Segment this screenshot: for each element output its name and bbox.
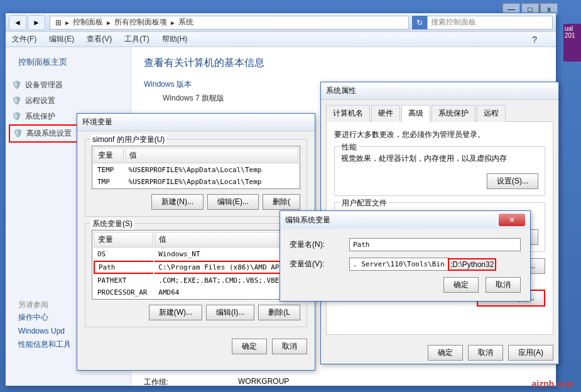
var-value-label: 变量值(V): (290, 259, 349, 270)
admin-note: 要进行大多数更改，您必须作为管理员登录。 (334, 129, 545, 140)
ok-button[interactable]: 确定 (443, 277, 479, 293)
dialog-title: 编辑系统变量 ✕ (280, 211, 530, 229)
table-row-path: PathC:\Program Files (x86)\AMD APP\ (94, 261, 298, 274)
back-button[interactable]: ◄ (9, 15, 26, 30)
sys-vars-table[interactable]: 变量值 OSWindows_NT PathC:\Program Files (x… (92, 230, 300, 300)
tab-computer-name[interactable]: 计算机名 (326, 105, 370, 122)
crumb[interactable]: 控制面板 (73, 17, 103, 28)
shield-icon: 🛡️ (12, 96, 22, 106)
new-user-var-button[interactable]: 新建(N)... (151, 194, 204, 210)
perf-desc: 视觉效果，处理器计划，内存使用，以及虚拟内存 (341, 153, 538, 164)
watermark: aiznh.com (532, 379, 575, 389)
menu-help[interactable]: 帮助(H) (162, 34, 188, 45)
shield-icon: 🛡️ (12, 112, 22, 122)
refresh-button[interactable]: ↻ (412, 16, 427, 30)
forward-button[interactable]: ► (28, 15, 45, 30)
profile-group-title: 用户配置文件 (340, 198, 389, 209)
sidebar-item-remote[interactable]: 🛡️远程设置 (9, 93, 128, 109)
crumb[interactable]: 系统 (178, 17, 193, 28)
tab-hardware[interactable]: 硬件 (371, 105, 400, 122)
tab-advanced[interactable]: 高级 (401, 105, 430, 122)
var-value-input[interactable] (349, 258, 449, 271)
edit-sys-var-button[interactable]: 编辑(I)... (206, 305, 254, 320)
delete-user-var-button[interactable]: 删除( (263, 194, 300, 210)
user-vars-group: simonf 的用户变量(U) (90, 134, 166, 145)
crumb[interactable]: 所有控制面板项 (114, 17, 167, 28)
shield-icon: 🛡️ (13, 129, 23, 139)
perf-settings-button[interactable]: 设置(S)... (487, 173, 538, 189)
table-row: OSWindows_NT (94, 249, 298, 259)
cancel-button[interactable]: 取消 (486, 277, 521, 293)
sidebar-item-devmgr[interactable]: 🛡️设备管理器 (9, 77, 128, 93)
cancel-button[interactable]: 取消 (468, 345, 503, 361)
menu-edit[interactable]: 编辑(E) (49, 34, 74, 45)
workgroup-value: WORKGROUP (238, 377, 289, 388)
user-vars-table[interactable]: 变量值 TEMP%USERPROFILE%\AppData\Local\Temp… (92, 146, 300, 189)
sidebar-title[interactable]: 控制面板主页 (9, 57, 128, 68)
tab-remote[interactable]: 远程 (477, 105, 506, 122)
breadcrumb[interactable]: ⊞ ▸ 控制面板 ▸ 所有控制面板项 ▸ 系统 (50, 16, 409, 30)
table-row: PATHEXT.COM;.EXE;.BAT;.CMD;.VBS;.VBE; (94, 275, 298, 286)
tab-protection[interactable]: 系统保护 (432, 105, 475, 122)
titlebar: ◄ ► ⊞ ▸ 控制面板 ▸ 所有控制面板项 ▸ 系统 ↻ 搜索控制面板 (6, 13, 556, 32)
table-row: TEMP%USERPROFILE%\AppData\Local\Temp (94, 165, 298, 175)
perf-group-title: 性能 (340, 142, 359, 153)
table-row: PROCESSOR_ARAMD64 (94, 287, 298, 298)
help-icon[interactable]: ? (532, 35, 537, 45)
search-input[interactable]: 搜索控制面板 (427, 16, 553, 30)
visual-studio-icon: ual 201 (563, 24, 581, 62)
var-name-input[interactable] (349, 238, 521, 251)
menu-file[interactable]: 文件(F) (12, 34, 36, 45)
cancel-button[interactable]: 取消 (272, 339, 307, 354)
table-row: TMP%USERPROFILE%\AppData\Local\Temp (94, 177, 298, 187)
menubar: 文件(F) 编辑(E) 查看(V) 工具(T) 帮助(H) ? (6, 32, 556, 47)
sys-vars-group: 系统变量(S) (90, 219, 134, 229)
ok-button[interactable]: 确定 (232, 339, 267, 354)
page-heading: 查看有关计算机的基本信息 (144, 57, 543, 70)
delete-sys-var-button[interactable]: 删除(L (258, 305, 300, 320)
var-value-highlight: ;D:\Python32 (448, 258, 496, 271)
ok-button[interactable]: 确定 (428, 345, 463, 361)
workgroup-label: 工作组: (144, 377, 238, 388)
menu-view[interactable]: 查看(V) (87, 34, 112, 45)
root-icon: ⊞ (55, 18, 62, 27)
edit-sys-var-dialog: 编辑系统变量 ✕ 变量名(N): 变量值(V): ;D:\Python32 确定… (280, 210, 531, 302)
edit-user-var-button[interactable]: 编辑(E)... (207, 194, 259, 210)
var-name-label: 变量名(N): (290, 239, 349, 250)
shield-icon: 🛡️ (12, 80, 22, 90)
menu-tools[interactable]: 工具(T) (124, 34, 149, 45)
tabs: 计算机名 硬件 高级 系统保护 远程 (321, 100, 558, 122)
dialog-title: 环境变量 (77, 114, 315, 131)
close-button[interactable]: ✕ (499, 214, 525, 226)
dialog-title: 系统属性 (321, 82, 558, 100)
new-sys-var-button[interactable]: 新建(W)... (149, 305, 202, 320)
apply-button[interactable]: 应用(A) (508, 345, 553, 361)
